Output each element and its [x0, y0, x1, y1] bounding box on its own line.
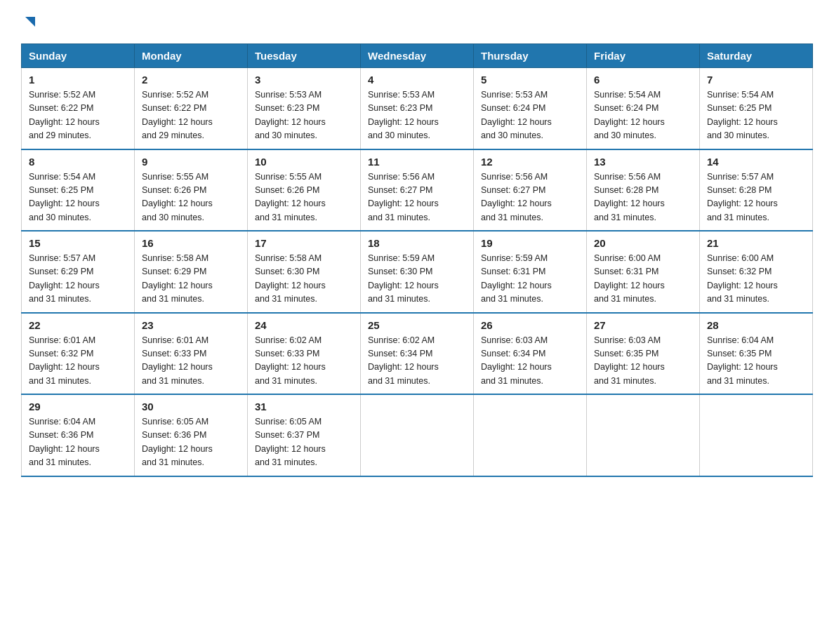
- calendar-cell: 1 Sunrise: 5:52 AMSunset: 6:22 PMDayligh…: [22, 68, 135, 149]
- calendar-cell: 27 Sunrise: 6:03 AMSunset: 6:35 PMDaylig…: [587, 313, 700, 395]
- calendar-cell: 13 Sunrise: 5:56 AMSunset: 6:28 PMDaylig…: [587, 149, 700, 232]
- calendar-cell: 28 Sunrise: 6:04 AMSunset: 6:35 PMDaylig…: [700, 313, 813, 395]
- calendar-cell: 6 Sunrise: 5:54 AMSunset: 6:24 PMDayligh…: [587, 68, 700, 149]
- calendar-cell: [474, 394, 587, 476]
- day-number: 29: [29, 401, 127, 412]
- week-row-4: 22 Sunrise: 6:01 AMSunset: 6:32 PMDaylig…: [22, 313, 813, 395]
- calendar-cell: 5 Sunrise: 5:53 AMSunset: 6:24 PMDayligh…: [474, 68, 587, 149]
- day-number: 13: [594, 156, 692, 168]
- day-number: 5: [481, 74, 579, 86]
- calendar-cell: 30 Sunrise: 6:05 AMSunset: 6:36 PMDaylig…: [135, 394, 248, 476]
- day-header-sunday: Sunday: [22, 44, 135, 68]
- day-info: Sunrise: 5:53 AMSunset: 6:23 PMDaylight:…: [368, 90, 439, 140]
- day-number: 18: [368, 237, 466, 249]
- day-number: 26: [481, 319, 579, 331]
- day-info: Sunrise: 6:04 AMSunset: 6:36 PMDaylight:…: [29, 417, 100, 467]
- calendar-cell: 11 Sunrise: 5:56 AMSunset: 6:27 PMDaylig…: [361, 149, 474, 232]
- day-info: Sunrise: 5:58 AMSunset: 6:29 PMDaylight:…: [142, 253, 213, 304]
- day-number: 22: [29, 319, 127, 331]
- calendar-cell: 24 Sunrise: 6:02 AMSunset: 6:33 PMDaylig…: [248, 313, 361, 395]
- day-info: Sunrise: 6:00 AMSunset: 6:32 PMDaylight:…: [707, 253, 778, 304]
- day-info: Sunrise: 5:52 AMSunset: 6:22 PMDaylight:…: [29, 90, 100, 140]
- calendar-cell: 25 Sunrise: 6:02 AMSunset: 6:34 PMDaylig…: [361, 313, 474, 395]
- day-number: 23: [142, 319, 240, 331]
- svg-marker-0: [25, 17, 35, 27]
- day-number: 28: [707, 319, 805, 331]
- day-info: Sunrise: 6:03 AMSunset: 6:34 PMDaylight:…: [481, 335, 552, 386]
- calendar-cell: 7 Sunrise: 5:54 AMSunset: 6:25 PMDayligh…: [700, 68, 813, 149]
- calendar-cell: 26 Sunrise: 6:03 AMSunset: 6:34 PMDaylig…: [474, 313, 587, 395]
- day-header-tuesday: Tuesday: [248, 44, 361, 68]
- day-number: 11: [368, 156, 466, 168]
- calendar-cell: 18 Sunrise: 5:59 AMSunset: 6:30 PMDaylig…: [361, 231, 474, 313]
- calendar-cell: 31 Sunrise: 6:05 AMSunset: 6:37 PMDaylig…: [248, 394, 361, 476]
- day-number: 8: [29, 156, 127, 168]
- day-number: 4: [368, 74, 466, 86]
- calendar-cell: 16 Sunrise: 5:58 AMSunset: 6:29 PMDaylig…: [135, 231, 248, 313]
- day-number: 19: [481, 237, 579, 249]
- day-number: 10: [255, 156, 353, 168]
- day-info: Sunrise: 5:53 AMSunset: 6:24 PMDaylight:…: [481, 90, 552, 140]
- logo-arrow-icon: [22, 14, 38, 32]
- day-number: 14: [707, 156, 805, 168]
- day-info: Sunrise: 5:56 AMSunset: 6:27 PMDaylight:…: [368, 172, 439, 222]
- day-info: Sunrise: 6:03 AMSunset: 6:35 PMDaylight:…: [594, 335, 665, 386]
- week-row-1: 1 Sunrise: 5:52 AMSunset: 6:22 PMDayligh…: [22, 68, 813, 149]
- calendar-cell: 19 Sunrise: 5:59 AMSunset: 6:31 PMDaylig…: [474, 231, 587, 313]
- day-info: Sunrise: 5:59 AMSunset: 6:31 PMDaylight:…: [481, 253, 552, 304]
- week-row-3: 15 Sunrise: 5:57 AMSunset: 6:29 PMDaylig…: [22, 231, 813, 313]
- day-info: Sunrise: 5:54 AMSunset: 6:25 PMDaylight:…: [707, 90, 778, 140]
- day-number: 1: [29, 74, 127, 86]
- calendar-cell: 4 Sunrise: 5:53 AMSunset: 6:23 PMDayligh…: [361, 68, 474, 149]
- day-header-friday: Friday: [587, 44, 700, 68]
- day-info: Sunrise: 5:55 AMSunset: 6:26 PMDaylight:…: [142, 172, 213, 222]
- day-info: Sunrise: 6:02 AMSunset: 6:33 PMDaylight:…: [255, 335, 326, 386]
- calendar-cell: 15 Sunrise: 5:57 AMSunset: 6:29 PMDaylig…: [22, 231, 135, 313]
- day-number: 24: [255, 319, 353, 331]
- day-number: 17: [255, 237, 353, 249]
- week-row-2: 8 Sunrise: 5:54 AMSunset: 6:25 PMDayligh…: [22, 149, 813, 232]
- day-info: Sunrise: 6:04 AMSunset: 6:35 PMDaylight:…: [707, 335, 778, 386]
- day-number: 25: [368, 319, 466, 331]
- day-number: 9: [142, 156, 240, 168]
- calendar-cell: 10 Sunrise: 5:55 AMSunset: 6:26 PMDaylig…: [248, 149, 361, 232]
- calendar-cell: [700, 394, 813, 476]
- day-info: Sunrise: 5:56 AMSunset: 6:28 PMDaylight:…: [594, 172, 665, 222]
- day-info: Sunrise: 5:56 AMSunset: 6:27 PMDaylight:…: [481, 172, 552, 222]
- day-header-saturday: Saturday: [700, 44, 813, 68]
- day-info: Sunrise: 5:53 AMSunset: 6:23 PMDaylight:…: [255, 90, 326, 140]
- day-info: Sunrise: 6:05 AMSunset: 6:36 PMDaylight:…: [142, 417, 213, 467]
- day-number: 12: [481, 156, 579, 168]
- days-header-row: SundayMondayTuesdayWednesdayThursdayFrid…: [22, 44, 813, 68]
- calendar-cell: 8 Sunrise: 5:54 AMSunset: 6:25 PMDayligh…: [22, 149, 135, 232]
- calendar-cell: 9 Sunrise: 5:55 AMSunset: 6:26 PMDayligh…: [135, 149, 248, 232]
- calendar-cell: 3 Sunrise: 5:53 AMSunset: 6:23 PMDayligh…: [248, 68, 361, 149]
- day-number: 7: [707, 74, 805, 86]
- calendar-cell: 12 Sunrise: 5:56 AMSunset: 6:27 PMDaylig…: [474, 149, 587, 232]
- day-info: Sunrise: 6:00 AMSunset: 6:31 PMDaylight:…: [594, 253, 665, 304]
- day-info: Sunrise: 6:05 AMSunset: 6:37 PMDaylight:…: [255, 417, 326, 467]
- day-number: 15: [29, 237, 127, 249]
- calendar-cell: 23 Sunrise: 6:01 AMSunset: 6:33 PMDaylig…: [135, 313, 248, 395]
- calendar-cell: 22 Sunrise: 6:01 AMSunset: 6:32 PMDaylig…: [22, 313, 135, 395]
- day-info: Sunrise: 5:57 AMSunset: 6:28 PMDaylight:…: [707, 172, 778, 222]
- day-number: 2: [142, 74, 240, 86]
- day-info: Sunrise: 5:58 AMSunset: 6:30 PMDaylight:…: [255, 253, 326, 304]
- day-number: 3: [255, 74, 353, 86]
- day-number: 6: [594, 74, 692, 86]
- day-number: 16: [142, 237, 240, 249]
- day-info: Sunrise: 5:52 AMSunset: 6:22 PMDaylight:…: [142, 90, 213, 140]
- calendar-cell: 17 Sunrise: 5:58 AMSunset: 6:30 PMDaylig…: [248, 231, 361, 313]
- day-header-monday: Monday: [135, 44, 248, 68]
- calendar-cell: 21 Sunrise: 6:00 AMSunset: 6:32 PMDaylig…: [700, 231, 813, 313]
- day-number: 21: [707, 237, 805, 249]
- day-info: Sunrise: 6:01 AMSunset: 6:33 PMDaylight:…: [142, 335, 213, 386]
- day-number: 31: [255, 401, 353, 412]
- page-header: [21, 14, 813, 29]
- day-info: Sunrise: 5:57 AMSunset: 6:29 PMDaylight:…: [29, 253, 100, 304]
- day-info: Sunrise: 6:01 AMSunset: 6:32 PMDaylight:…: [29, 335, 100, 386]
- day-number: 30: [142, 401, 240, 412]
- week-row-5: 29 Sunrise: 6:04 AMSunset: 6:36 PMDaylig…: [22, 394, 813, 476]
- calendar-cell: 2 Sunrise: 5:52 AMSunset: 6:22 PMDayligh…: [135, 68, 248, 149]
- day-number: 27: [594, 319, 692, 331]
